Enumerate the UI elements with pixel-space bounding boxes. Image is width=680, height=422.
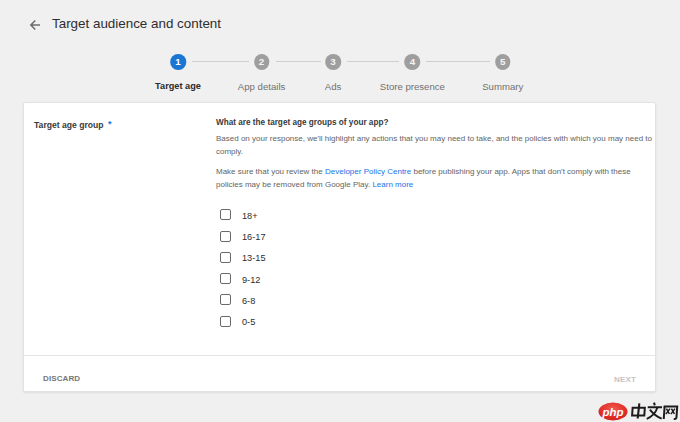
svg-text:php: php [601, 406, 623, 418]
